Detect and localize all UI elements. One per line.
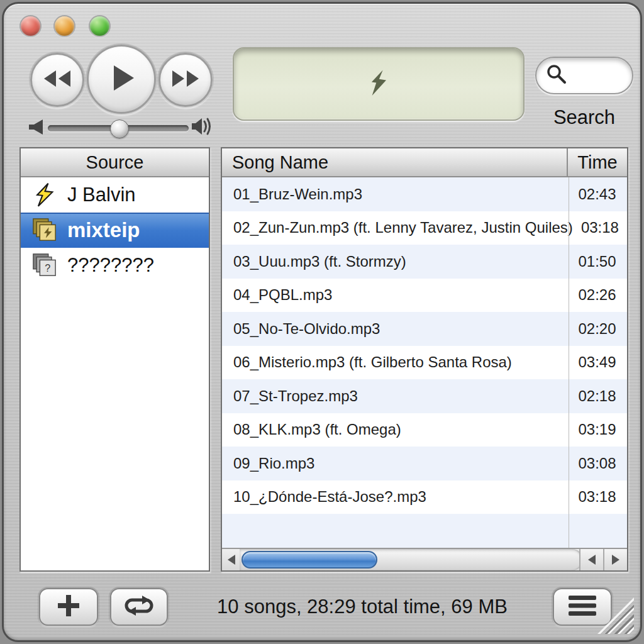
search-icon [545,63,568,88]
playlist-lightning-icon [32,217,57,243]
song-time-cell: 02:18 [567,387,627,405]
song-name-cell: 05_No-Te-Olvido.mp3 [222,320,567,338]
table-row[interactable]: 09_Rio.mp303:08 [222,447,627,480]
source-list: J Balvinmixteip????????? [21,177,209,283]
rewind-button[interactable] [30,53,84,107]
source-panel: Source J Balvinmixteip????????? [19,147,210,572]
table-row[interactable]: 08_KLK.mp3 (ft. Omega)03:19 [222,413,627,447]
view-options-button[interactable] [553,588,612,626]
song-name-cell: 01_Bruz-Wein.mp3 [222,186,567,203]
table-row[interactable]: 03_Uuu.mp3 (ft. Stormzy)01:50 [222,245,627,279]
song-time-cell: 03:49 [567,353,627,371]
sidebar-item-mixteip[interactable]: mixteip [21,213,209,248]
volume-min-icon [28,118,44,138]
scrollbar-thumb[interactable] [242,551,377,569]
horizontal-scrollbar[interactable] [222,548,627,570]
volume-max-icon [191,116,213,140]
song-time-cell: 01:50 [567,253,627,270]
song-time-cell: 03:18 [567,488,627,506]
table-row-empty [222,514,627,548]
song-time-cell: 03:19 [567,421,627,438]
song-name-cell: 03_Uuu.mp3 (ft. Stormzy) [222,253,567,270]
lightning-bolt-icon [369,68,388,101]
song-name-cell: 02_Zun-Zun.mp3 (ft. Lenny Tavarez, Justi… [222,219,573,236]
sidebar-item-label: mixteip [67,218,140,242]
minimize-button[interactable] [55,16,74,36]
play-icon [113,64,135,94]
song-name-cell: 09_Rio.mp3 [222,455,567,472]
rewind-icon [43,69,72,91]
song-table: Song Name Time 01_Bruz-Wein.mp302:4302_Z… [221,147,628,572]
repeat-icon [123,596,155,618]
table-header: Song Name Time [222,148,627,177]
sidebar-item-label: J Balvin [67,184,136,206]
table-row[interactable]: 01_Bruz-Wein.mp302:43 [222,177,627,211]
song-name-cell: 10_¿Dónde-Está-Jose?.mp3 [222,488,567,506]
source-header: Source [21,148,209,177]
song-name-cell: 07_St-Tropez.mp3 [222,387,567,405]
fast-forward-button[interactable] [158,53,213,107]
table-row[interactable]: 02_Zun-Zun.mp3 (ft. Lenny Tavarez, Justi… [222,211,627,245]
song-time-cell: 03:08 [567,455,627,472]
status-text: 10 songs, 28:29 total time, 69 MB [174,596,551,618]
sidebar-item-j-balvin[interactable]: J Balvin [21,177,209,213]
lightning-icon [32,182,57,208]
sidebar-item-label: ???????? [67,254,154,277]
song-time-cell: 02:20 [567,320,627,338]
play-button[interactable] [87,45,156,114]
playlist-unknown-icon: ? [32,252,57,279]
repeat-button[interactable] [110,588,168,626]
column-header-song-name[interactable]: Song Name [222,152,567,173]
song-time-cell: 02:26 [567,286,627,304]
add-playlist-button[interactable] [39,588,98,626]
table-row[interactable]: 05_No-Te-Olvido.mp302:20 [222,312,627,346]
search-input[interactable] [535,57,633,94]
scroll-left-arrow-right-end[interactable] [579,549,603,570]
table-row[interactable]: 04_PQBL.mp302:26 [222,279,627,313]
search-label: Search [535,106,633,129]
column-divider [569,177,569,548]
close-button[interactable] [21,16,40,36]
plus-icon [55,592,82,622]
list-menu-icon [567,594,597,620]
song-name-cell: 08_KLK.mp3 (ft. Omega) [222,421,567,438]
song-table-body: 01_Bruz-Wein.mp302:4302_Zun-Zun.mp3 (ft.… [222,177,627,548]
column-header-time[interactable]: Time [567,148,627,176]
zoom-button[interactable] [90,16,109,36]
scroll-left-arrow[interactable] [222,549,241,570]
scroll-right-arrow[interactable] [603,549,627,570]
sidebar-item--[interactable]: ????????? [21,248,209,283]
song-name-cell: 06_Misterio.mp3 (ft. Gilberto Santa Rosa… [222,353,567,371]
table-row[interactable]: 06_Misterio.mp3 (ft. Gilberto Santa Rosa… [222,346,627,380]
table-row[interactable]: 10_¿Dónde-Está-Jose?.mp303:18 [222,480,627,514]
song-time-cell: 02:43 [567,186,627,203]
volume-thumb[interactable] [110,119,129,138]
player-window: Search Source J Balvinmixteip????????? S… [2,2,642,642]
svg-text:?: ? [45,262,50,274]
song-time-cell: 03:18 [573,219,627,236]
lcd-display [233,47,525,121]
table-row[interactable]: 07_St-Tropez.mp302:18 [222,379,627,413]
song-name-cell: 04_PQBL.mp3 [222,286,567,304]
fast-forward-icon [171,69,200,91]
